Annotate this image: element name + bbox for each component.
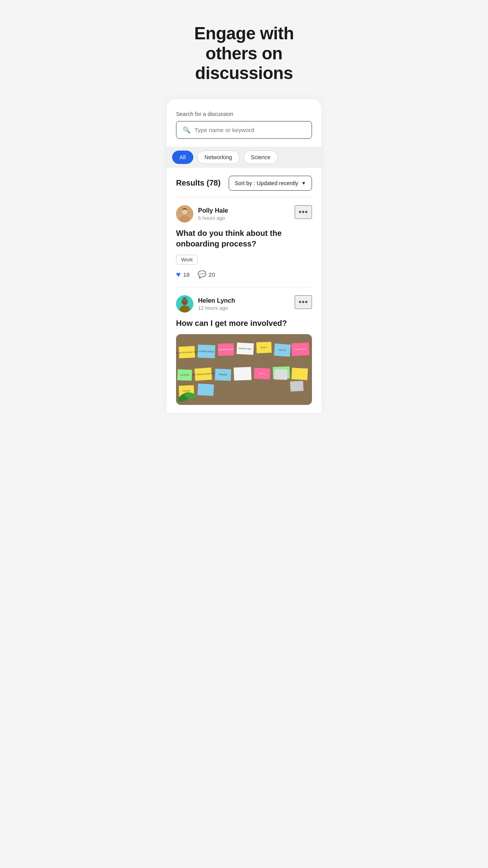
- likes-count: ♥ 18: [176, 270, 190, 279]
- discussion-footer: ♥ 18 💬 20: [176, 270, 312, 279]
- svg-text:SAFETY: SAFETY: [259, 372, 265, 375]
- sort-label: Sort by : Updated recently: [235, 180, 298, 186]
- hero-section: Engage with others on discussions: [163, 0, 325, 99]
- discussion-tag[interactable]: Work: [176, 255, 198, 265]
- discussion-header: Polly Hale 6 hours ago •••: [176, 205, 312, 223]
- post-image: SHARE HCS SHARK SHNS CONVEN-IENCE CONVEN…: [176, 334, 312, 405]
- user-info: Helen Lynch 12 hours ago: [176, 295, 235, 313]
- user-name: Helen Lynch: [198, 297, 235, 304]
- filter-networking[interactable]: Networking: [197, 151, 240, 164]
- filter-all[interactable]: All: [172, 151, 193, 164]
- svg-point-2: [180, 215, 190, 223]
- svg-text:PRICING: PRICING: [183, 390, 190, 392]
- svg-rect-40: [290, 381, 303, 391]
- avatar: [176, 295, 193, 313]
- svg-point-3: [182, 209, 187, 215]
- dropdown-arrow-icon: ▼: [301, 180, 306, 186]
- main-card: Search for a discussion 🔍 All Networking…: [167, 99, 321, 413]
- search-input[interactable]: [194, 127, 305, 133]
- phone-screen: Engage with others on discussions Search…: [163, 0, 325, 868]
- user-details: Polly Hale 6 hours ago: [198, 207, 228, 221]
- svg-rect-38: [197, 384, 214, 396]
- svg-point-6: [180, 305, 190, 313]
- user-details: Helen Lynch 12 hours ago: [198, 297, 235, 311]
- avatar: [176, 205, 193, 223]
- comments-number: 20: [209, 271, 215, 278]
- discussion-item: Helen Lynch 12 hours ago ••• How can I g…: [176, 287, 312, 413]
- likes-number: 18: [183, 271, 190, 278]
- discussion-header: Helen Lynch 12 hours ago •••: [176, 295, 312, 313]
- svg-point-9: [185, 302, 186, 302]
- search-box[interactable]: 🔍: [176, 121, 312, 139]
- search-icon: 🔍: [183, 126, 191, 134]
- svg-rect-39: [274, 369, 288, 380]
- post-time: 12 hours ago: [198, 305, 235, 311]
- comments-count: 💬 20: [198, 270, 215, 279]
- comment-icon: 💬: [198, 270, 206, 279]
- svg-rect-31: [234, 367, 251, 381]
- svg-text:PRICING: PRICING: [218, 373, 227, 376]
- search-section: Search for a discussion 🔍: [176, 111, 312, 139]
- results-count: Results (78): [176, 178, 220, 188]
- hero-title: Engage with others on discussions: [174, 24, 314, 83]
- post-time: 6 hours ago: [198, 215, 228, 221]
- svg-text:LOCATION: LOCATION: [180, 374, 189, 376]
- sort-dropdown[interactable]: Sort by : Updated recently ▼: [229, 176, 312, 191]
- user-info: Polly Hale 6 hours ago: [176, 205, 228, 223]
- svg-rect-35: [292, 368, 308, 380]
- discussion-item: Polly Hale 6 hours ago ••• What do you t…: [176, 197, 312, 287]
- svg-text:SAFETY: SAFETY: [261, 346, 267, 349]
- search-label: Search for a discussion: [176, 111, 312, 117]
- results-header: Results (78) Sort by : Updated recently …: [176, 176, 312, 191]
- more-options-button[interactable]: •••: [295, 205, 312, 219]
- filter-tabs: All Networking Science: [167, 147, 321, 168]
- svg-point-8: [183, 302, 184, 302]
- discussion-title: What do you think about the onboarding p…: [176, 228, 312, 249]
- user-name: Polly Hale: [198, 207, 228, 214]
- discussion-title: How can I get more involved?: [176, 318, 312, 329]
- more-options-button[interactable]: •••: [295, 295, 312, 309]
- heart-icon: ♥: [176, 270, 181, 279]
- filter-science[interactable]: Science: [244, 151, 278, 164]
